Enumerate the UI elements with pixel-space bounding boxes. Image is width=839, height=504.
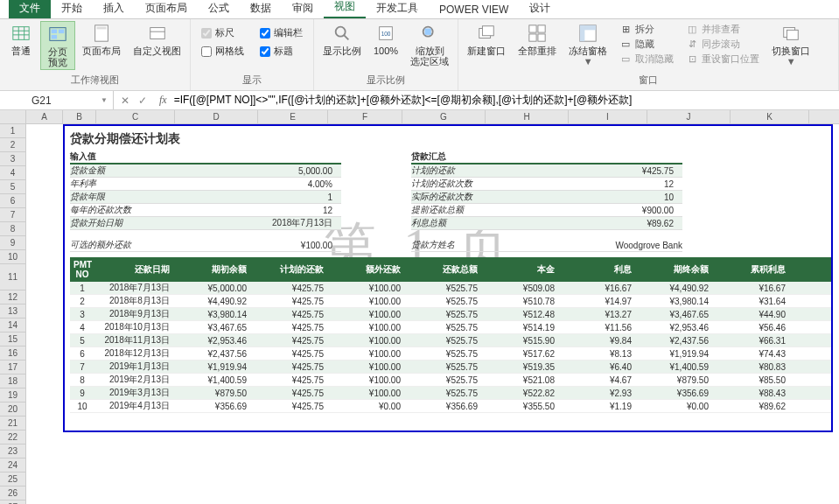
table-cell[interactable]: ¥425.75 — [250, 388, 327, 398]
row-header[interactable]: 14 — [0, 318, 25, 332]
row-header[interactable]: 10 — [0, 250, 25, 264]
chk-formulabar[interactable]: 编辑栏 — [260, 26, 303, 39]
table-cell[interactable]: ¥525.75 — [404, 336, 481, 346]
row-header[interactable]: 21 — [0, 416, 25, 430]
tab-6[interactable]: 视图 — [324, 0, 366, 18]
row-header[interactable]: 17 — [0, 360, 25, 374]
chk-ruler[interactable]: 标尺 — [201, 26, 244, 39]
table-cell[interactable]: 1 — [70, 284, 94, 293]
table-cell[interactable]: ¥44.90 — [712, 310, 789, 319]
table-cell[interactable]: 8 — [70, 375, 94, 385]
table-cell[interactable]: ¥425.75 — [250, 310, 327, 319]
row-header[interactable]: 20 — [0, 402, 25, 416]
tab-1[interactable]: 插入 — [93, 0, 135, 18]
table-cell[interactable]: ¥80.83 — [712, 362, 789, 372]
table-cell[interactable]: ¥3,467.65 — [635, 310, 712, 319]
table-cell[interactable]: ¥16.67 — [558, 284, 635, 293]
table-cell[interactable]: ¥14.97 — [558, 297, 635, 306]
table-cell[interactable]: ¥525.75 — [404, 310, 481, 319]
col-header[interactable]: K — [731, 110, 809, 123]
table-row[interactable]: 92019年3月13日¥879.50¥425.75¥100.00¥525.75¥… — [70, 387, 831, 400]
col-header[interactable]: H — [486, 110, 569, 123]
new-window-button[interactable]: 新建窗口 — [462, 21, 511, 58]
table-cell[interactable]: 9 — [70, 388, 94, 398]
table-cell[interactable]: ¥16.67 — [712, 284, 789, 293]
row-header[interactable]: 15 — [0, 332, 25, 346]
col-header[interactable]: C — [96, 110, 175, 123]
row-header[interactable]: 19 — [0, 388, 25, 402]
cancel-formula-icon[interactable]: ✕ — [121, 94, 129, 107]
tab-4[interactable]: 数据 — [240, 0, 282, 18]
table-cell[interactable]: ¥1,919.94 — [173, 362, 250, 372]
table-row[interactable]: 72019年1月13日¥1,919.94¥425.75¥100.00¥525.7… — [70, 360, 831, 374]
table-cell[interactable]: ¥879.50 — [635, 375, 712, 385]
table-row[interactable]: 52018年11月13日¥2,953.46¥425.75¥100.00¥525.… — [70, 334, 831, 347]
view-custom-button[interactable]: 自定义视图 — [128, 21, 186, 58]
row-header[interactable]: 16 — [0, 346, 25, 360]
table-cell[interactable]: ¥510.78 — [481, 297, 558, 306]
row-header[interactable]: 7 — [0, 208, 25, 222]
row-header[interactable]: 26 — [0, 486, 25, 500]
tab-5[interactable]: 审阅 — [282, 0, 324, 18]
table-cell[interactable]: ¥515.90 — [481, 336, 558, 346]
table-row[interactable]: 82019年2月13日¥1,400.59¥425.75¥100.00¥525.7… — [70, 374, 831, 387]
row-header[interactable]: 11 — [0, 264, 25, 290]
formula-bar-input[interactable] — [172, 93, 839, 108]
table-cell[interactable]: ¥2.93 — [558, 388, 635, 398]
table-cell[interactable]: ¥2,437.56 — [635, 336, 712, 346]
view-layout-button[interactable]: 页面布局 — [77, 21, 126, 58]
table-cell[interactable]: ¥1,400.59 — [635, 362, 712, 372]
table-cell[interactable]: ¥100.00 — [327, 375, 404, 385]
table-cell[interactable]: ¥6.40 — [558, 362, 635, 372]
table-row[interactable]: 62018年12月13日¥2,437.56¥425.75¥100.00¥525.… — [70, 347, 831, 360]
table-cell[interactable]: ¥4,490.92 — [173, 297, 250, 306]
opt-extra-value[interactable]: ¥100.00 — [245, 241, 332, 250]
table-cell[interactable]: ¥3,980.14 — [635, 297, 712, 306]
table-cell[interactable]: ¥2,953.46 — [173, 336, 250, 346]
table-row[interactable]: 32018年9月13日¥3,980.14¥425.75¥100.00¥525.7… — [70, 308, 831, 321]
table-cell[interactable]: ¥355.50 — [481, 402, 558, 411]
table-cell[interactable]: ¥425.75 — [250, 284, 327, 293]
table-cell[interactable]: ¥2,437.56 — [173, 349, 250, 359]
col-header[interactable]: A — [26, 110, 63, 123]
tab-file[interactable]: 文件 — [9, 0, 51, 18]
table-cell[interactable]: ¥5,000.00 — [173, 284, 250, 293]
field-value[interactable]: 4.00% — [245, 179, 332, 189]
chk-headings[interactable]: 标题 — [260, 45, 303, 58]
switch-window-button[interactable]: 切换窗口▼ — [766, 21, 815, 68]
table-cell[interactable]: 2019年4月13日 — [94, 400, 173, 412]
field-value[interactable]: ¥425.75 — [586, 166, 674, 176]
zoom-button[interactable]: 显示比例 — [318, 21, 367, 58]
table-cell[interactable]: ¥522.82 — [481, 388, 558, 398]
tab-7[interactable]: 开发工具 — [366, 0, 429, 18]
table-cell[interactable]: 6 — [70, 349, 94, 359]
field-value[interactable]: ¥89.62 — [586, 219, 674, 228]
table-cell[interactable]: ¥0.00 — [635, 402, 712, 411]
col-header[interactable]: B — [63, 110, 96, 123]
table-row[interactable]: 12018年7月13日¥5,000.00¥425.75¥100.00¥525.7… — [70, 282, 831, 295]
view-pagebreak-button[interactable]: 分页预览 — [40, 21, 75, 70]
table-cell[interactable]: 2018年12月13日 — [94, 347, 173, 360]
table-cell[interactable]: ¥425.75 — [250, 349, 327, 359]
field-value[interactable]: 5,000.00 — [245, 166, 332, 176]
table-cell[interactable]: ¥100.00 — [327, 310, 404, 319]
row-header[interactable]: 3 — [0, 152, 25, 166]
row-header[interactable]: 6 — [0, 194, 25, 208]
col-header[interactable]: G — [402, 110, 486, 123]
table-cell[interactable]: 5 — [70, 336, 94, 346]
row-header[interactable]: 5 — [0, 180, 25, 194]
table-cell[interactable]: ¥3,980.14 — [173, 310, 250, 319]
table-cell[interactable]: ¥525.75 — [404, 375, 481, 385]
table-cell[interactable]: ¥85.50 — [712, 375, 789, 385]
hide-button[interactable]: ▭隐藏 — [619, 38, 674, 51]
table-cell[interactable]: ¥1,400.59 — [173, 375, 250, 385]
table-cell[interactable]: ¥356.69 — [635, 388, 712, 398]
table-cell[interactable]: ¥425.75 — [250, 402, 327, 411]
table-cell[interactable]: 2018年7月13日 — [94, 282, 173, 294]
field-value[interactable]: 10 — [586, 192, 674, 202]
table-cell[interactable]: ¥425.75 — [250, 362, 327, 372]
table-cell[interactable]: ¥4,490.92 — [635, 284, 712, 293]
table-cell[interactable]: 10 — [70, 402, 94, 411]
accept-formula-icon[interactable]: ✓ — [138, 94, 147, 107]
table-row[interactable]: 42018年10月13日¥3,467.65¥425.75¥100.00¥525.… — [70, 321, 831, 334]
